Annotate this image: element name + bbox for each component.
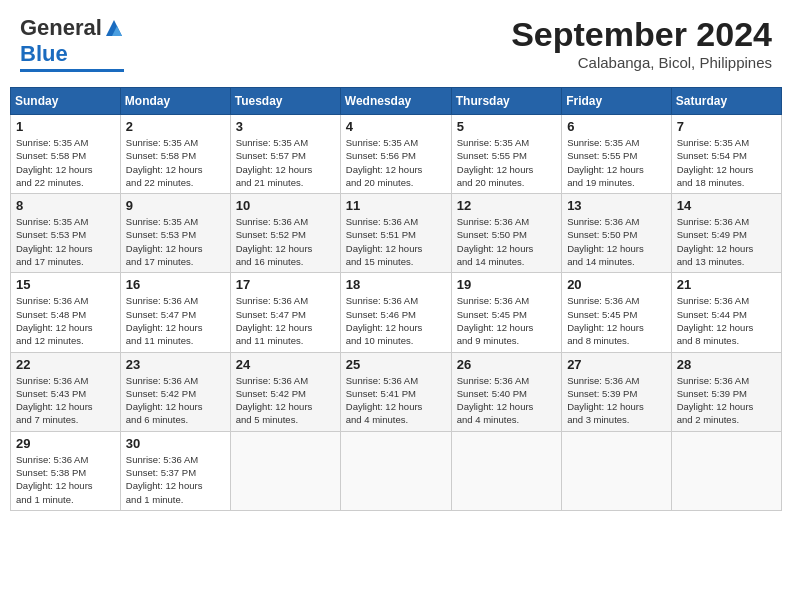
day-info: Sunrise: 5:36 AM Sunset: 5:42 PM Dayligh… [126, 374, 225, 427]
table-cell: 3Sunrise: 5:35 AM Sunset: 5:57 PM Daylig… [230, 115, 340, 194]
day-number: 24 [236, 357, 335, 372]
day-info: Sunrise: 5:36 AM Sunset: 5:39 PM Dayligh… [567, 374, 666, 427]
table-cell: 9Sunrise: 5:35 AM Sunset: 5:53 PM Daylig… [120, 194, 230, 273]
location-text: Calabanga, Bicol, Philippines [511, 54, 772, 71]
table-cell: 29Sunrise: 5:36 AM Sunset: 5:38 PM Dayli… [11, 431, 121, 510]
col-sunday: Sunday [11, 88, 121, 115]
table-cell: 25Sunrise: 5:36 AM Sunset: 5:41 PM Dayli… [340, 352, 451, 431]
table-cell: 21Sunrise: 5:36 AM Sunset: 5:44 PM Dayli… [671, 273, 781, 352]
col-saturday: Saturday [671, 88, 781, 115]
table-cell [562, 431, 672, 510]
day-number: 16 [126, 277, 225, 292]
col-wednesday: Wednesday [340, 88, 451, 115]
day-info: Sunrise: 5:36 AM Sunset: 5:40 PM Dayligh… [457, 374, 556, 427]
day-number: 18 [346, 277, 446, 292]
table-cell [671, 431, 781, 510]
day-number: 21 [677, 277, 776, 292]
day-number: 20 [567, 277, 666, 292]
table-cell: 24Sunrise: 5:36 AM Sunset: 5:42 PM Dayli… [230, 352, 340, 431]
col-thursday: Thursday [451, 88, 561, 115]
table-cell: 28Sunrise: 5:36 AM Sunset: 5:39 PM Dayli… [671, 352, 781, 431]
table-cell: 15Sunrise: 5:36 AM Sunset: 5:48 PM Dayli… [11, 273, 121, 352]
day-number: 4 [346, 119, 446, 134]
day-info: Sunrise: 5:36 AM Sunset: 5:38 PM Dayligh… [16, 453, 115, 506]
col-tuesday: Tuesday [230, 88, 340, 115]
month-title: September 2024 [511, 15, 772, 54]
day-info: Sunrise: 5:36 AM Sunset: 5:42 PM Dayligh… [236, 374, 335, 427]
table-cell: 13Sunrise: 5:36 AM Sunset: 5:50 PM Dayli… [562, 194, 672, 273]
day-number: 19 [457, 277, 556, 292]
day-info: Sunrise: 5:35 AM Sunset: 5:57 PM Dayligh… [236, 136, 335, 189]
logo-general-text: General [20, 15, 102, 41]
table-cell [451, 431, 561, 510]
day-info: Sunrise: 5:36 AM Sunset: 5:49 PM Dayligh… [677, 215, 776, 268]
day-info: Sunrise: 5:36 AM Sunset: 5:48 PM Dayligh… [16, 294, 115, 347]
day-number: 27 [567, 357, 666, 372]
table-cell: 1Sunrise: 5:35 AM Sunset: 5:58 PM Daylig… [11, 115, 121, 194]
table-cell: 18Sunrise: 5:36 AM Sunset: 5:46 PM Dayli… [340, 273, 451, 352]
day-number: 26 [457, 357, 556, 372]
day-number: 1 [16, 119, 115, 134]
table-cell: 27Sunrise: 5:36 AM Sunset: 5:39 PM Dayli… [562, 352, 672, 431]
table-cell: 2Sunrise: 5:35 AM Sunset: 5:58 PM Daylig… [120, 115, 230, 194]
day-number: 6 [567, 119, 666, 134]
table-cell: 20Sunrise: 5:36 AM Sunset: 5:45 PM Dayli… [562, 273, 672, 352]
day-info: Sunrise: 5:35 AM Sunset: 5:58 PM Dayligh… [126, 136, 225, 189]
day-info: Sunrise: 5:36 AM Sunset: 5:50 PM Dayligh… [567, 215, 666, 268]
day-number: 12 [457, 198, 556, 213]
day-info: Sunrise: 5:35 AM Sunset: 5:53 PM Dayligh… [16, 215, 115, 268]
day-info: Sunrise: 5:35 AM Sunset: 5:56 PM Dayligh… [346, 136, 446, 189]
day-number: 23 [126, 357, 225, 372]
table-cell: 12Sunrise: 5:36 AM Sunset: 5:50 PM Dayli… [451, 194, 561, 273]
day-info: Sunrise: 5:36 AM Sunset: 5:47 PM Dayligh… [236, 294, 335, 347]
day-number: 25 [346, 357, 446, 372]
day-info: Sunrise: 5:36 AM Sunset: 5:41 PM Dayligh… [346, 374, 446, 427]
day-info: Sunrise: 5:35 AM Sunset: 5:55 PM Dayligh… [457, 136, 556, 189]
week-row-3: 15Sunrise: 5:36 AM Sunset: 5:48 PM Dayli… [11, 273, 782, 352]
day-info: Sunrise: 5:35 AM Sunset: 5:53 PM Dayligh… [126, 215, 225, 268]
day-number: 22 [16, 357, 115, 372]
day-info: Sunrise: 5:36 AM Sunset: 5:52 PM Dayligh… [236, 215, 335, 268]
table-cell [340, 431, 451, 510]
table-cell: 8Sunrise: 5:35 AM Sunset: 5:53 PM Daylig… [11, 194, 121, 273]
day-info: Sunrise: 5:36 AM Sunset: 5:45 PM Dayligh… [457, 294, 556, 347]
table-cell: 10Sunrise: 5:36 AM Sunset: 5:52 PM Dayli… [230, 194, 340, 273]
calendar-header-row: Sunday Monday Tuesday Wednesday Thursday… [11, 88, 782, 115]
table-cell: 26Sunrise: 5:36 AM Sunset: 5:40 PM Dayli… [451, 352, 561, 431]
day-info: Sunrise: 5:36 AM Sunset: 5:45 PM Dayligh… [567, 294, 666, 347]
table-cell: 16Sunrise: 5:36 AM Sunset: 5:47 PM Dayli… [120, 273, 230, 352]
day-info: Sunrise: 5:36 AM Sunset: 5:44 PM Dayligh… [677, 294, 776, 347]
table-cell: 4Sunrise: 5:35 AM Sunset: 5:56 PM Daylig… [340, 115, 451, 194]
table-cell: 11Sunrise: 5:36 AM Sunset: 5:51 PM Dayli… [340, 194, 451, 273]
table-cell: 23Sunrise: 5:36 AM Sunset: 5:42 PM Dayli… [120, 352, 230, 431]
table-cell: 17Sunrise: 5:36 AM Sunset: 5:47 PM Dayli… [230, 273, 340, 352]
logo-icon [104, 18, 124, 38]
calendar-table: Sunday Monday Tuesday Wednesday Thursday… [10, 87, 782, 511]
table-cell: 19Sunrise: 5:36 AM Sunset: 5:45 PM Dayli… [451, 273, 561, 352]
day-info: Sunrise: 5:36 AM Sunset: 5:39 PM Dayligh… [677, 374, 776, 427]
table-cell: 7Sunrise: 5:35 AM Sunset: 5:54 PM Daylig… [671, 115, 781, 194]
table-cell: 22Sunrise: 5:36 AM Sunset: 5:43 PM Dayli… [11, 352, 121, 431]
day-number: 10 [236, 198, 335, 213]
day-info: Sunrise: 5:35 AM Sunset: 5:58 PM Dayligh… [16, 136, 115, 189]
day-number: 30 [126, 436, 225, 451]
logo-blue-text: Blue [20, 41, 68, 67]
logo: General Blue [20, 15, 124, 72]
day-info: Sunrise: 5:36 AM Sunset: 5:43 PM Dayligh… [16, 374, 115, 427]
day-info: Sunrise: 5:36 AM Sunset: 5:47 PM Dayligh… [126, 294, 225, 347]
day-info: Sunrise: 5:36 AM Sunset: 5:51 PM Dayligh… [346, 215, 446, 268]
day-number: 29 [16, 436, 115, 451]
day-number: 2 [126, 119, 225, 134]
day-info: Sunrise: 5:35 AM Sunset: 5:55 PM Dayligh… [567, 136, 666, 189]
title-block: September 2024 Calabanga, Bicol, Philipp… [511, 15, 772, 71]
table-cell: 5Sunrise: 5:35 AM Sunset: 5:55 PM Daylig… [451, 115, 561, 194]
day-number: 8 [16, 198, 115, 213]
day-number: 15 [16, 277, 115, 292]
table-cell [230, 431, 340, 510]
week-row-5: 29Sunrise: 5:36 AM Sunset: 5:38 PM Dayli… [11, 431, 782, 510]
day-info: Sunrise: 5:36 AM Sunset: 5:46 PM Dayligh… [346, 294, 446, 347]
day-number: 11 [346, 198, 446, 213]
day-number: 9 [126, 198, 225, 213]
day-info: Sunrise: 5:36 AM Sunset: 5:50 PM Dayligh… [457, 215, 556, 268]
logo-underline [20, 69, 124, 72]
